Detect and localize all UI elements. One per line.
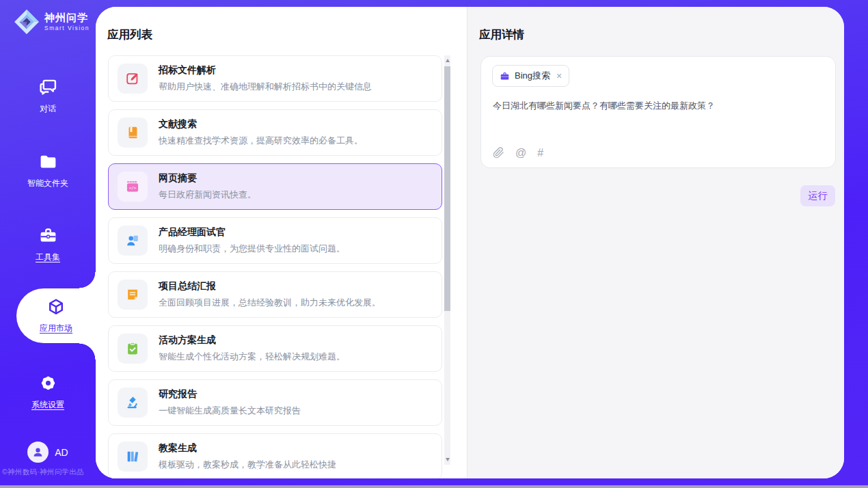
triangle-down-icon — [446, 458, 450, 461]
triangle-up-icon — [446, 59, 450, 62]
brand-name: 神州问学 — [44, 12, 90, 24]
sidebar-item-chat[interactable]: 对话 — [0, 77, 96, 115]
brand-logo: 神州问学 Smart Vision — [14, 9, 90, 35]
svg-text:</>: </> — [129, 185, 137, 190]
gear-icon — [38, 373, 58, 393]
sidebar-item-label: 对话 — [40, 103, 56, 115]
app-desc: 智能生成个性化活动方案，轻松解决规划难题。 — [159, 351, 345, 363]
app-title: 教案生成 — [159, 442, 336, 455]
list-scrollbar[interactable] — [444, 55, 450, 465]
run-button[interactable]: 运行 — [800, 185, 835, 206]
app-list: 招标文件解析 帮助用户快速、准确地理解和解析招标书中的关键信息 文献搜索 快速精… — [108, 55, 442, 478]
app-detail-panel: 应用详情 Bing搜索 × 今日湖北有哪些新闻要点？有哪些需要关注的最新政策？ … — [467, 7, 844, 478]
window-bottom-edge — [0, 485, 868, 488]
prompt-input[interactable]: 今日湖北有哪些新闻要点？有哪些需要关注的最新政策？ — [493, 99, 824, 113]
app-detail-title: 应用详情 — [479, 27, 524, 42]
app-item-pm-interviewer[interactable]: 产品经理面试官 明确身份和职责，为您提供专业性的面试问题。 — [108, 217, 442, 264]
app-desc: 快速精准查找学术资源，提高研究效率的必备工具。 — [159, 135, 363, 147]
avatar — [27, 442, 49, 463]
attachment-toolbar: @ # — [493, 147, 543, 159]
sidebar-item-label: 工具集 — [36, 252, 60, 263]
app-title: 文献搜索 — [159, 118, 363, 131]
app-title: 研究报告 — [159, 388, 301, 401]
diamond-logo-icon — [14, 9, 40, 35]
app-desc: 明确身份和职责，为您提供专业性的面试问题。 — [159, 243, 345, 255]
main-content: 应用列表 招标文件解析 帮助用户快速、准确地理解和解析招标书中的关键信息 — [96, 7, 844, 478]
app-item-webpage-summary[interactable]: </> 网页摘要 每日政府新闻资讯快查。 — [108, 163, 442, 210]
sidebar-item-toolbox[interactable]: 工具集 — [0, 226, 96, 263]
sidebar: 神州问学 Smart Vision 对话 智能文件夹 工具集 — [0, 0, 96, 488]
project-summary-icon — [118, 280, 148, 310]
paperclip-icon[interactable] — [493, 147, 504, 159]
research-report-icon — [118, 388, 148, 418]
app-item-lesson-plan[interactable]: 教案生成 模板驱动，教案秒成，教学准备从此轻松快捷 — [108, 433, 442, 478]
app-desc: 一键智能生成高质量长文本研究报告 — [159, 405, 301, 417]
prompt-card: Bing搜索 × 今日湖北有哪些新闻要点？有哪些需要关注的最新政策？ @ # — [480, 56, 836, 168]
active-tab-curve-top — [79, 272, 96, 288]
scroll-down-button[interactable] — [444, 455, 450, 465]
mention-icon[interactable]: @ — [515, 148, 526, 159]
interviewer-icon — [118, 226, 148, 256]
app-desc: 模板驱动，教案秒成，教学准备从此轻松快捷 — [159, 459, 336, 471]
app-item-research-report[interactable]: 研究报告 一键智能生成高质量长文本研究报告 — [108, 379, 442, 426]
briefcase-icon — [500, 71, 510, 81]
webpage-summary-icon: </> — [118, 172, 148, 202]
scrollbar-thumb[interactable] — [444, 66, 450, 311]
app-title: 项目总结汇报 — [159, 280, 381, 293]
app-title: 产品经理面试官 — [159, 226, 345, 239]
app-desc: 全面回顾项目进展，总结经验教训，助力未来优化发展。 — [159, 297, 381, 309]
bid-document-icon — [118, 64, 148, 94]
sidebar-item-label: 系统设置 — [31, 399, 64, 411]
app-list-title: 应用列表 — [107, 27, 152, 42]
sidebar-item-label: 应用市场 — [40, 323, 72, 334]
tool-tag-label: Bing搜索 — [515, 70, 550, 82]
app-item-literature-search[interactable]: 文献搜索 快速精准查找学术资源，提高研究效率的必备工具。 — [108, 109, 442, 156]
app-list-panel: 应用列表 招标文件解析 帮助用户快速、准确地理解和解析招标书中的关键信息 — [96, 7, 467, 478]
literature-search-icon — [118, 118, 148, 148]
app-item-project-summary[interactable]: 项目总结汇报 全面回顾项目进展，总结经验教训，助力未来优化发展。 — [108, 271, 442, 318]
chat-icon — [38, 77, 58, 97]
folder-icon — [38, 152, 58, 172]
active-tab-curve-bottom — [79, 343, 96, 360]
sidebar-item-smart-folder[interactable]: 智能文件夹 — [0, 152, 96, 189]
app-title: 招标文件解析 — [159, 64, 372, 77]
toolbox-icon — [38, 226, 58, 245]
cube-icon — [46, 297, 66, 318]
app-title: 网页摘要 — [159, 172, 256, 185]
sidebar-item-settings[interactable]: 系统设置 — [0, 373, 96, 411]
app-title: 活动方案生成 — [159, 334, 345, 347]
app-item-event-plan[interactable]: 活动方案生成 智能生成个性化活动方案，轻松解决规划难题。 — [108, 325, 442, 372]
tag-close-icon[interactable]: × — [556, 71, 562, 81]
app-desc: 帮助用户快速、准确地理解和解析招标书中的关键信息 — [159, 81, 372, 93]
brand-subtitle: Smart Vision — [44, 25, 90, 31]
app-item-bid-parse[interactable]: 招标文件解析 帮助用户快速、准确地理解和解析招标书中的关键信息 — [108, 55, 442, 102]
event-plan-icon — [118, 334, 148, 364]
hash-icon[interactable]: # — [537, 148, 543, 159]
user-account[interactable]: AD — [0, 442, 96, 463]
app-desc: 每日政府新闻资讯快查。 — [159, 189, 256, 201]
copyright-text: ©神州数码·神州问学出品 — [2, 467, 98, 477]
user-initials: AD — [55, 447, 68, 458]
tool-tag-bing-search[interactable]: Bing搜索 × — [492, 65, 569, 87]
sidebar-item-app-market[interactable]: 应用市场 — [16, 288, 96, 343]
lesson-plan-icon — [118, 442, 148, 472]
person-icon — [31, 446, 44, 459]
sidebar-item-label: 智能文件夹 — [27, 178, 68, 189]
scroll-up-button[interactable] — [444, 55, 450, 66]
